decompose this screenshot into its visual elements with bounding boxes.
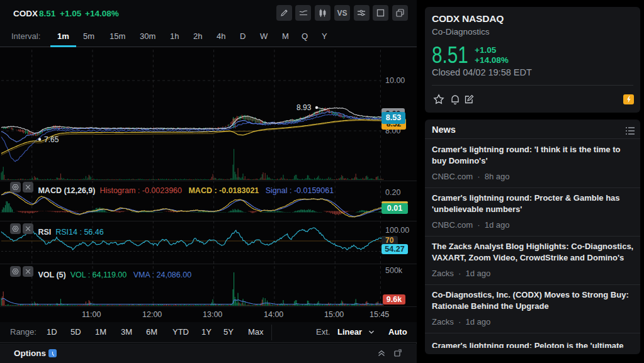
svg-text:15:45: 15:45: [370, 310, 389, 319]
svg-text:7.65: 7.65: [44, 135, 59, 144]
svg-text:12:00: 12:00: [142, 310, 162, 319]
svg-text:15:00: 15:00: [324, 310, 344, 319]
svg-text:8.93: 8.93: [297, 103, 312, 112]
svg-text:11:00: 11:00: [82, 310, 101, 319]
svg-text:13:00: 13:00: [203, 310, 222, 319]
svg-text:14:00: 14:00: [264, 310, 283, 319]
